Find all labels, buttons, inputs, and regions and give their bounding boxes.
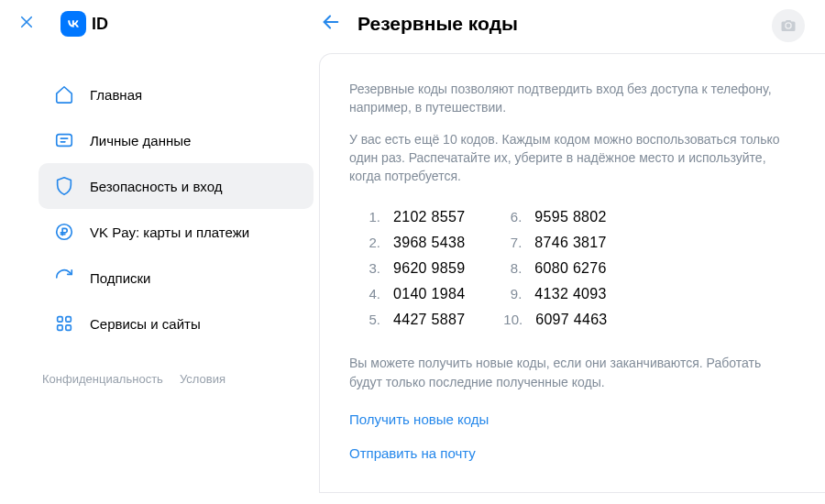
brand: ID — [60, 11, 108, 37]
code-value: 0140 1984 — [393, 286, 465, 302]
sidebar-item-label: Безопасность и вход — [90, 179, 222, 194]
code-value: 4427 5887 — [393, 312, 465, 328]
code-value: 3968 5438 — [393, 235, 465, 251]
code-index: 10. — [503, 312, 522, 327]
terms-link[interactable]: Условия — [180, 372, 226, 386]
home-icon — [53, 83, 75, 105]
sidebar-item-services[interactable]: Сервисы и сайты — [38, 301, 314, 346]
svg-point-6 — [57, 225, 72, 240]
sidebar-item-personal[interactable]: Личные данные — [38, 117, 314, 163]
ruble-icon — [53, 221, 75, 243]
backup-codes-list: 1.2102 8557 2.3968 5438 3.9620 9859 4.01… — [362, 209, 796, 328]
sidebar-item-home[interactable]: Главная — [38, 71, 314, 117]
sidebar-item-vkpay[interactable]: VK Pay: карты и платежи — [38, 209, 314, 255]
close-icon[interactable] — [18, 14, 35, 34]
page-title: Резервные коды — [358, 13, 518, 35]
description-1: Резервные коды позволяют подтвердить вхо… — [349, 80, 796, 117]
code-index: 2. — [362, 235, 380, 250]
header: ID Резервные коды — [0, 0, 825, 44]
code-index: 8. — [503, 260, 522, 276]
sidebar-item-label: Личные данные — [90, 133, 191, 148]
code-index: 4. — [362, 286, 380, 301]
refresh-icon — [53, 267, 75, 289]
code-item: 4.0140 1984 — [362, 286, 465, 302]
description-2: У вас есть ещё 10 кодов. Каждым кодом мо… — [349, 130, 796, 186]
code-index: 5. — [362, 312, 380, 327]
code-index: 7. — [503, 235, 522, 250]
svg-rect-8 — [66, 317, 72, 323]
code-value: 8746 3817 — [534, 235, 606, 251]
sidebar-item-subscriptions[interactable]: Подписки — [38, 255, 314, 301]
vk-logo-icon — [60, 11, 86, 37]
svg-rect-7 — [58, 317, 62, 323]
code-value: 4132 4093 — [534, 286, 606, 302]
sidebar-item-label: Сервисы и сайты — [90, 316, 201, 332]
avatar[interactable] — [772, 9, 805, 42]
code-value: 2102 8557 — [393, 209, 465, 225]
sidebar-item-label: Подписки — [90, 270, 151, 286]
code-value: 9595 8802 — [534, 209, 606, 225]
code-item: 7.8746 3817 — [503, 235, 607, 251]
code-index: 9. — [503, 286, 522, 301]
code-item: 2.3968 5438 — [362, 235, 465, 251]
code-item: 3.9620 9859 — [362, 260, 465, 277]
code-item: 1.2102 8557 — [362, 209, 465, 225]
codes-note: Вы можете получить новые коды, если они … — [349, 354, 796, 391]
camera-icon — [780, 17, 797, 34]
code-index: 3. — [362, 260, 380, 276]
apps-icon — [53, 312, 75, 334]
main-panel: Резервные коды позволяют подтвердить вхо… — [319, 53, 825, 493]
code-item: 8.6080 6276 — [503, 260, 607, 277]
back-arrow-icon[interactable] — [321, 12, 341, 36]
code-value: 6097 4463 — [535, 312, 607, 328]
code-item: 10.6097 4463 — [503, 312, 607, 328]
code-item: 9.4132 4093 — [503, 286, 607, 302]
code-item: 6.9595 8802 — [503, 209, 607, 225]
sidebar-item-security[interactable]: Безопасность и вход — [38, 163, 314, 209]
send-email-link[interactable]: Отправить на почту — [349, 445, 796, 461]
svg-rect-9 — [58, 325, 62, 331]
sidebar: Главная Личные данные Безопасность и вхо… — [38, 53, 314, 493]
generate-codes-link[interactable]: Получить новые коды — [349, 411, 796, 427]
code-item: 5.4427 5887 — [362, 312, 465, 328]
brand-id-text: ID — [92, 15, 108, 34]
privacy-link[interactable]: Конфиденциальность — [42, 372, 163, 386]
code-value: 6080 6276 — [534, 260, 606, 277]
code-index: 6. — [503, 209, 522, 225]
code-index: 1. — [362, 209, 380, 225]
sidebar-item-label: VK Pay: карты и платежи — [90, 225, 249, 240]
shield-icon — [53, 175, 75, 197]
sidebar-footer: Конфиденциальность Условия — [38, 346, 314, 386]
svg-rect-10 — [66, 325, 72, 331]
svg-rect-3 — [57, 135, 72, 147]
profile-card-icon — [53, 129, 75, 151]
code-value: 9620 9859 — [393, 260, 465, 277]
sidebar-item-label: Главная — [90, 87, 142, 103]
